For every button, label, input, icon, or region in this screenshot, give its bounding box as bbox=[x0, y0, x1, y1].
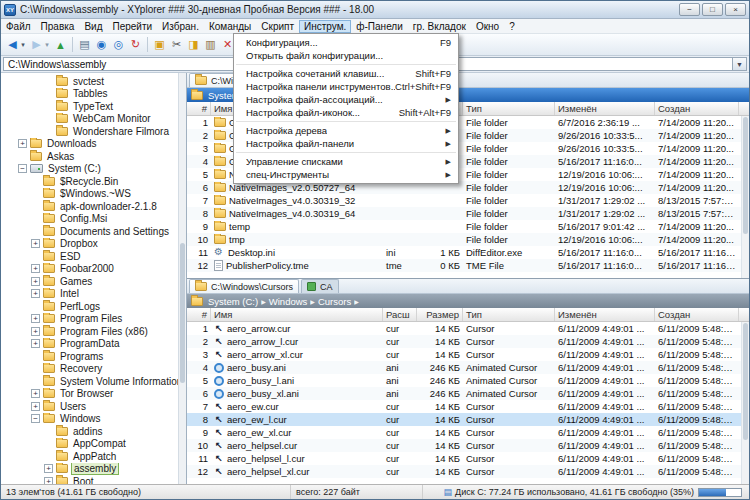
title-bar[interactable]: XY C:\Windows\assembly - XYplorer ### 30… bbox=[1, 1, 749, 19]
tree-expander-icon[interactable]: + bbox=[31, 327, 40, 336]
tree-item[interactable]: System Volume Information bbox=[1, 375, 178, 388]
tree-expander-icon[interactable]: + bbox=[31, 339, 40, 348]
tree-item[interactable]: Tabbles bbox=[1, 88, 178, 101]
file-row[interactable]: 5aero_busy_l.aniani246 КБAnimated Cursor… bbox=[187, 374, 749, 387]
list-scrollbar-thumb[interactable] bbox=[743, 323, 748, 440]
tree-expander-icon[interactable]: + bbox=[44, 477, 53, 484]
file-row[interactable]: 11Desktop.iniini1 КБDiffEditor.exe5/16/2… bbox=[187, 246, 749, 259]
menu-item-list-management[interactable]: Управление списками▶ bbox=[234, 155, 458, 168]
tree-expander-icon[interactable]: − bbox=[31, 414, 40, 423]
tree-item[interactable]: Wondershare Filmora bbox=[1, 125, 178, 138]
menubar-item-file[interactable]: Файл bbox=[1, 20, 36, 33]
breadcrumb-segment[interactable]: Cursors bbox=[316, 296, 353, 307]
file-row[interactable]: 10aero_helpsel.curcur14 КБCursor6/11/200… bbox=[187, 439, 749, 452]
tree-expander-icon[interactable]: + bbox=[31, 264, 40, 273]
menu-item-customize-tree[interactable]: Настройка дерева▶ bbox=[234, 124, 458, 137]
file-row[interactable]: 12PublisherPolicy.tmetme0 КБTME File5/16… bbox=[187, 259, 749, 272]
tree-item[interactable]: Askas bbox=[1, 150, 178, 163]
column-header-num[interactable]: # bbox=[187, 308, 211, 321]
file-row[interactable]: 1aero_arrow.curcur14 КБCursor6/11/2009 4… bbox=[187, 322, 749, 335]
menubar-item-panes[interactable]: ф-Панели bbox=[351, 20, 407, 33]
file-row[interactable]: 8aero_ew_l.curcur14 КБCursor6/11/2009 4:… bbox=[187, 413, 749, 426]
column-header-num[interactable]: # bbox=[187, 102, 211, 115]
menubar-item-tools[interactable]: Инструм. bbox=[299, 20, 351, 33]
minimize-button[interactable]: − bbox=[679, 3, 700, 16]
menu-item-special-tools[interactable]: спец-Инструменты▶ bbox=[234, 168, 458, 181]
menubar-item-tab-groups[interactable]: гр. Вкладок bbox=[408, 20, 471, 33]
file-row[interactable]: 9tempFile folder5/16/2017 9:01:42 ...7/1… bbox=[187, 220, 749, 233]
tree-item[interactable]: +Users bbox=[1, 400, 178, 413]
maximize-button[interactable]: □ bbox=[702, 3, 723, 16]
back-history-dropdown[interactable]: ▾ bbox=[19, 36, 27, 53]
tree-item[interactable]: svctest bbox=[1, 75, 178, 88]
menubar-item-edit[interactable]: Правка bbox=[36, 20, 80, 33]
column-header-type[interactable]: Тип bbox=[463, 102, 555, 115]
forward-button[interactable]: ▶ bbox=[29, 36, 44, 53]
list-scrollbar[interactable] bbox=[741, 116, 749, 278]
tree-item[interactable]: +Tor Browser bbox=[1, 388, 178, 401]
breadcrumb-segment[interactable]: Windows bbox=[267, 296, 310, 307]
menu-item-configuration[interactable]: Конфигурация...F9 bbox=[234, 36, 458, 49]
tree-expander-icon[interactable]: − bbox=[18, 164, 27, 173]
tree-item[interactable]: addins bbox=[1, 425, 178, 438]
file-row[interactable]: 6aero_busy_xl.aniani246 КБAnimated Curso… bbox=[187, 387, 749, 400]
tree-item[interactable]: apk-downloader-2.1.8 bbox=[1, 200, 178, 213]
tree-item[interactable]: +Games bbox=[1, 275, 178, 288]
menu-item-customize-file-icons[interactable]: Настройка файл-иконок...Shift+Alt+F9 bbox=[234, 106, 458, 119]
back-button[interactable]: ◀ bbox=[5, 36, 20, 53]
tree-expander-icon[interactable]: + bbox=[18, 139, 27, 148]
column-header-size[interactable]: Размер bbox=[417, 308, 463, 321]
report-button[interactable]: ▤ bbox=[77, 36, 92, 53]
breadcrumb-segment[interactable]: System (C:) bbox=[206, 296, 260, 307]
tree-item[interactable]: ESD bbox=[1, 250, 178, 263]
tree-expander-icon[interactable]: + bbox=[31, 239, 40, 248]
tree-item[interactable]: +assembly bbox=[1, 463, 178, 476]
tree-item[interactable]: +Downloads bbox=[1, 138, 178, 151]
list-scrollbar-thumb[interactable] bbox=[743, 117, 748, 234]
column-header-name[interactable]: Имя bbox=[211, 308, 383, 321]
menubar-item-favorites[interactable]: Избран. bbox=[157, 20, 204, 33]
tree-item[interactable]: +Boot bbox=[1, 475, 178, 484]
list-scrollbar[interactable] bbox=[741, 322, 749, 484]
address-dropdown-button[interactable]: ▼ bbox=[733, 57, 747, 71]
tab[interactable]: C:\Windows\Cursors bbox=[189, 279, 299, 293]
tree-expander-icon[interactable]: + bbox=[31, 314, 40, 323]
file-row[interactable]: 9aero_ew_xl.curcur14 КБCursor6/11/2009 4… bbox=[187, 426, 749, 439]
tab[interactable]: CA bbox=[301, 279, 339, 293]
tree-expander-icon[interactable]: + bbox=[44, 464, 53, 473]
refresh-button[interactable]: ↻ bbox=[128, 36, 143, 53]
tree-item[interactable]: AppCompat bbox=[1, 438, 178, 451]
tree-item[interactable]: −System (C:) bbox=[1, 163, 178, 176]
menubar-item-scripting[interactable]: Скрипт bbox=[256, 20, 299, 33]
tree-item[interactable]: +ProgramData bbox=[1, 338, 178, 351]
tree-item[interactable]: +Program Files bbox=[1, 313, 178, 326]
column-header-ext[interactable]: Расш bbox=[383, 308, 417, 321]
menu-item-customize-list[interactable]: Настройка файл-панели▶ bbox=[234, 137, 458, 150]
tree-item[interactable]: +Program Files (x86) bbox=[1, 325, 178, 338]
menubar-item-window[interactable]: Окно bbox=[471, 20, 504, 33]
tree-item[interactable]: −Windows bbox=[1, 413, 178, 426]
copy-button[interactable]: ◨ bbox=[186, 36, 201, 53]
tree-item[interactable]: Programs bbox=[1, 350, 178, 363]
file-row[interactable]: 4aero_busy.aniani246 КБAnimated Cursor6/… bbox=[187, 361, 749, 374]
tree-item[interactable]: Documents and Settings bbox=[1, 225, 178, 238]
tree-item[interactable]: PerfLogs bbox=[1, 300, 178, 313]
file-row[interactable]: 7aero_ew.curcur14 КБCursor6/11/2009 4:49… bbox=[187, 400, 749, 413]
file-row[interactable]: 3aero_arrow_xl.curcur14 КБCursor6/11/200… bbox=[187, 348, 749, 361]
menubar-item-view[interactable]: Вид bbox=[79, 20, 107, 33]
menu-item-customize-toolbar[interactable]: Настройка панели инструментов...Ctrl+Shi… bbox=[234, 80, 458, 93]
column-header-modified[interactable]: Изменён bbox=[555, 102, 655, 115]
tree-scrollbar[interactable] bbox=[178, 73, 186, 484]
new-folder-button[interactable]: ▣ bbox=[152, 36, 167, 53]
file-row[interactable]: 10tmpFile folder12/19/2016 10:06:...7/14… bbox=[187, 233, 749, 246]
tree-expander-icon[interactable]: + bbox=[31, 389, 40, 398]
column-header-created[interactable]: Создан bbox=[655, 308, 739, 321]
tree-item[interactable]: $Recycle.Bin bbox=[1, 175, 178, 188]
tree-scrollbar-thumb[interactable] bbox=[180, 243, 185, 383]
tree-item[interactable]: Recovery bbox=[1, 363, 178, 376]
column-header-modified[interactable]: Изменён bbox=[555, 308, 655, 321]
file-row[interactable]: 11aero_helpsel_l.curcur14 КБCursor6/11/2… bbox=[187, 452, 749, 465]
zoom-button[interactable]: ◎ bbox=[111, 36, 126, 53]
tree-item[interactable]: WebCam Monitor bbox=[1, 113, 178, 126]
menu-item-customize-shortcuts[interactable]: Настройка сочетаний клавиш...Shift+F9 bbox=[234, 67, 458, 80]
